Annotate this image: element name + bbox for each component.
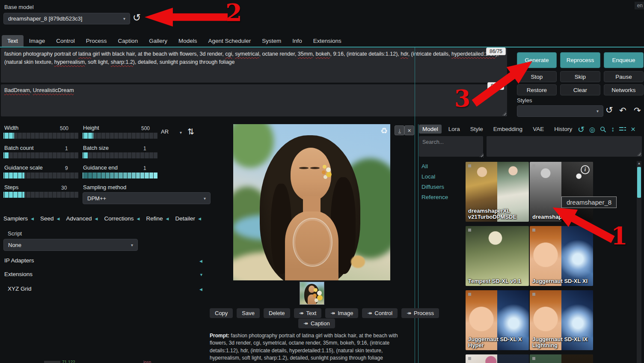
- info-icon[interactable]: i: [581, 165, 590, 174]
- restore-button[interactable]: Restore: [517, 84, 557, 95]
- batch-count-value[interactable]: 1: [65, 146, 68, 152]
- styles-select[interactable]: ▾: [517, 105, 603, 117]
- send-to-image-button[interactable]: ↠Image: [325, 308, 358, 318]
- networks-tab-vae[interactable]: VAE: [529, 125, 547, 134]
- tab-extensions[interactable]: Extensions: [308, 35, 347, 47]
- enqueue-button[interactable]: Enqueue: [604, 52, 644, 68]
- script-select[interactable]: None ▾: [3, 239, 138, 251]
- prompt-textarea[interactable]: fashion photography portrait of latina g…: [1, 48, 507, 83]
- recycle-icon[interactable]: ♻: [380, 126, 388, 136]
- tab-system[interactable]: System: [256, 35, 287, 47]
- reprocess-button[interactable]: Reprocess: [560, 52, 600, 68]
- networks-tab-history[interactable]: History: [551, 125, 576, 134]
- tab-models[interactable]: Models: [173, 35, 203, 47]
- guidance-end-value[interactable]: 1: [143, 165, 146, 171]
- accordion-detailer[interactable]: Detailer◀: [175, 215, 201, 222]
- networks-tab-model[interactable]: Model: [419, 125, 442, 134]
- filter-all[interactable]: All: [421, 163, 448, 170]
- tab-agent-scheduler[interactable]: Agent Scheduler: [202, 35, 256, 47]
- networks-tab-style[interactable]: Style: [467, 125, 487, 134]
- language-badge[interactable]: en: [635, 2, 644, 9]
- base-model-select[interactable]: dreamshaper_8 [879db523c3] ▾: [3, 13, 130, 24]
- gallery-thumbnail[interactable]: [300, 282, 324, 305]
- refresh-model-icon[interactable]: ↺: [133, 12, 141, 24]
- styles-apply-icon[interactable]: ↶: [619, 105, 626, 116]
- close-networks-icon[interactable]: ×: [631, 125, 635, 134]
- ar-label[interactable]: AR: [161, 128, 169, 135]
- accordion-advanced[interactable]: Advanced◀: [66, 215, 98, 222]
- sort-direction-icon[interactable]: ↕: [611, 125, 614, 133]
- networks-description-input[interactable]: [487, 136, 642, 157]
- view-list-icon[interactable]: [619, 127, 626, 132]
- batch-size-value[interactable]: 1: [143, 146, 146, 152]
- filter-reference[interactable]: Reference: [421, 194, 448, 200]
- networks-scrollbar[interactable]: ▲: [637, 161, 641, 363]
- collapse-left-icon[interactable]: ◀: [199, 287, 202, 292]
- accordion-corrections[interactable]: Corrections◀: [104, 215, 140, 222]
- networks-button[interactable]: Networks: [604, 84, 644, 95]
- section-xyz-grid[interactable]: XYZ Grid: [8, 286, 32, 292]
- sampling-method-select[interactable]: DPM++ ▾: [83, 192, 211, 204]
- batch-count-slider[interactable]: [3, 152, 78, 158]
- ar-chevron-icon[interactable]: ▾: [180, 130, 182, 135]
- model-card[interactable]: [466, 354, 529, 363]
- negative-prompt-textarea[interactable]: BadDream, UnrealisticDream: [1, 84, 507, 116]
- delete-button[interactable]: Delete: [264, 308, 290, 318]
- tab-gallery[interactable]: Gallery: [143, 35, 173, 47]
- tab-text[interactable]: Text: [2, 35, 24, 47]
- tab-process[interactable]: Process: [80, 35, 113, 47]
- accordion-seed[interactable]: Seed◀: [40, 215, 59, 222]
- guidance-end-slider[interactable]: [83, 173, 157, 179]
- tab-image[interactable]: Image: [24, 35, 51, 47]
- resize-handle[interactable]: [502, 112, 506, 116]
- styles-save-icon[interactable]: ↷: [634, 105, 641, 116]
- model-card[interactable]: Tempest SD-XL v0.1: [466, 226, 529, 286]
- model-card[interactable]: Juggernaut SD-XL X Hyper: [466, 290, 529, 350]
- height-value[interactable]: 500: [141, 125, 150, 131]
- section-ip-adapters[interactable]: IP Adapters: [4, 257, 34, 264]
- search-icon[interactable]: [600, 126, 606, 133]
- tab-caption[interactable]: Caption: [113, 35, 144, 47]
- networks-tab-lora[interactable]: Lora: [445, 125, 463, 134]
- accordion-refine[interactable]: Refine◀: [146, 215, 169, 222]
- steps-slider[interactable]: [3, 192, 78, 198]
- accordion-samplers[interactable]: Samplers◀: [3, 215, 34, 222]
- model-card[interactable]: dreamshaperXL v21TurboDPMSDE: [466, 162, 529, 222]
- copy-button[interactable]: Copy: [210, 308, 233, 318]
- send-to-process-button[interactable]: ↠Process: [401, 308, 439, 318]
- height-slider[interactable]: [83, 133, 157, 139]
- styles-refresh-icon[interactable]: ↺: [605, 105, 613, 115]
- clear-button[interactable]: Clear: [560, 84, 600, 95]
- pause-button[interactable]: Pause: [604, 71, 644, 82]
- filter-diffusers[interactable]: Diffusers: [421, 184, 448, 190]
- guidance-scale-slider[interactable]: [3, 173, 78, 179]
- tab-control[interactable]: Control: [50, 35, 80, 47]
- send-to-control-button[interactable]: ↠Control: [362, 308, 398, 318]
- collapse-down-icon[interactable]: ▼: [199, 273, 203, 277]
- width-slider[interactable]: [3, 133, 78, 139]
- tab-info[interactable]: Info: [287, 35, 308, 47]
- download-image-button[interactable]: ↓: [395, 125, 404, 135]
- generated-image[interactable]: ♻: [233, 124, 390, 280]
- model-card[interactable]: [530, 354, 593, 363]
- resize-handle[interactable]: [637, 152, 641, 156]
- scrollbar-up-icon[interactable]: ▲: [637, 161, 641, 166]
- filter-local[interactable]: Local: [421, 173, 448, 180]
- send-to-caption-button[interactable]: ↠Caption: [298, 318, 335, 328]
- model-card[interactable]: Juggernaut SD-XL IX Lightning: [530, 290, 593, 350]
- steps-value[interactable]: 30: [61, 185, 67, 191]
- skip-button[interactable]: Skip: [560, 71, 600, 82]
- swap-dimensions-icon[interactable]: ⇅: [187, 127, 194, 137]
- collapse-left-icon[interactable]: ◀: [199, 259, 202, 263]
- scrollbar-thumb[interactable]: [637, 167, 641, 198]
- section-extensions[interactable]: Extensions: [4, 271, 33, 277]
- send-to-text-button[interactable]: ↠Text: [294, 308, 322, 318]
- networks-search-input[interactable]: Search...: [419, 136, 483, 157]
- scan-icon[interactable]: ◎: [589, 125, 595, 134]
- networks-tab-embedding[interactable]: Embedding: [490, 125, 526, 134]
- batch-size-slider[interactable]: [83, 152, 157, 158]
- refresh-networks-icon[interactable]: ↺: [578, 125, 585, 134]
- model-card[interactable]: Juggernaut SD-XL XI: [530, 226, 593, 286]
- close-image-button[interactable]: ×: [404, 125, 414, 135]
- width-value[interactable]: 500: [60, 125, 68, 131]
